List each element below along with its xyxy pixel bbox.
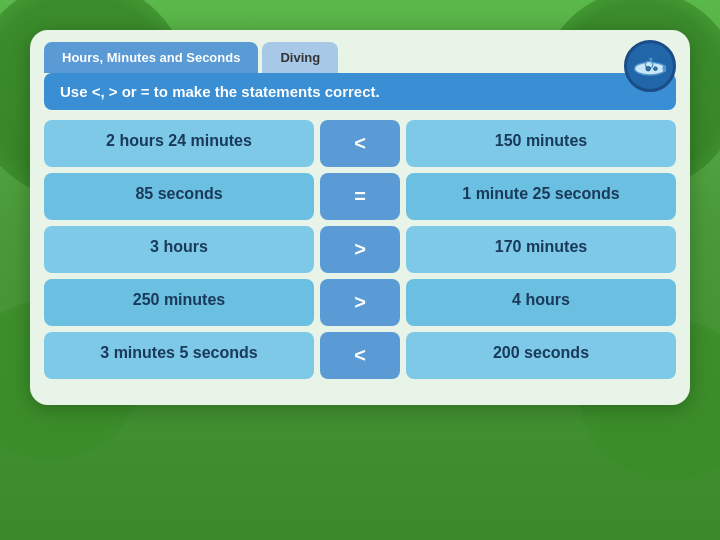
cell-left-4: 250 minutes bbox=[44, 279, 314, 326]
svg-point-6 bbox=[654, 67, 658, 71]
tab-diving[interactable]: Diving bbox=[262, 42, 338, 73]
cell-right-4: 4 hours bbox=[406, 279, 676, 326]
cell-right-3: 170 minutes bbox=[406, 226, 676, 273]
table-row: 3 minutes 5 seconds < 200 seconds bbox=[44, 332, 676, 379]
submarine-icon bbox=[624, 40, 676, 92]
cell-right-1: 150 minutes bbox=[406, 120, 676, 167]
svg-point-5 bbox=[646, 66, 651, 71]
comparison-table: 2 hours 24 minutes < 150 minutes 85 seco… bbox=[30, 120, 690, 379]
table-row: 250 minutes > 4 hours bbox=[44, 279, 676, 326]
cell-operator-3: > bbox=[320, 226, 400, 273]
svg-rect-3 bbox=[649, 58, 653, 59]
cell-left-3: 3 hours bbox=[44, 226, 314, 273]
cell-operator-5: < bbox=[320, 332, 400, 379]
table-row: 85 seconds = 1 minute 25 seconds bbox=[44, 173, 676, 220]
cell-right-2: 1 minute 25 seconds bbox=[406, 173, 676, 220]
tab-hours-minutes-seconds[interactable]: Hours, Minutes and Seconds bbox=[44, 42, 258, 73]
svg-point-4 bbox=[663, 65, 667, 72]
cell-right-5: 200 seconds bbox=[406, 332, 676, 379]
cell-left-5: 3 minutes 5 seconds bbox=[44, 332, 314, 379]
cell-left-2: 85 seconds bbox=[44, 173, 314, 220]
cell-left-1: 2 hours 24 minutes bbox=[44, 120, 314, 167]
table-row: 2 hours 24 minutes < 150 minutes bbox=[44, 120, 676, 167]
cell-operator-4: > bbox=[320, 279, 400, 326]
tab-bar: Hours, Minutes and Seconds Diving bbox=[30, 30, 690, 73]
table-row: 3 hours > 170 minutes bbox=[44, 226, 676, 273]
main-card: Hours, Minutes and Seconds Diving Use <,… bbox=[30, 30, 690, 405]
cell-operator-2: = bbox=[320, 173, 400, 220]
instruction-bar: Use <, > or = to make the statements cor… bbox=[44, 73, 676, 110]
cell-operator-1: < bbox=[320, 120, 400, 167]
